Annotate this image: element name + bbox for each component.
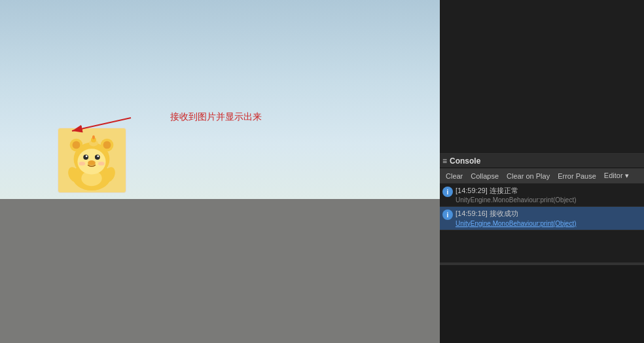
msg-icon-2: i	[442, 209, 453, 220]
clear-button[interactable]: Clear	[442, 172, 466, 181]
console-tab-bar: ≡ Console	[440, 154, 644, 168]
scene-ground	[0, 199, 440, 343]
svg-point-19	[81, 171, 101, 187]
clear-on-play-button[interactable]: Clear on Play	[503, 172, 553, 181]
console-messages: i [14:59:29] 连接正常 UnityEngine.MonoBehavi…	[440, 184, 644, 262]
msg-line2-2: UnityEngine.MonoBehaviour:print(Object)	[456, 219, 641, 228]
annotation-text: 接收到图片并显示出来	[170, 111, 262, 123]
collapse-button[interactable]: Collapse	[467, 172, 502, 181]
svg-point-11	[88, 160, 96, 166]
msg-content-1: [14:59:29] 连接正常 UnityEngine.MonoBehaviou…	[456, 186, 641, 204]
svg-point-10	[97, 155, 99, 157]
msg-line1-1: [14:59:29] 连接正常	[456, 186, 641, 196]
svg-point-7	[83, 154, 88, 160]
svg-point-9	[86, 155, 88, 157]
console-tab-icon: ≡	[442, 156, 447, 166]
msg-line1-2: [14:59:16] 接收成功	[456, 209, 641, 219]
svg-point-12	[79, 162, 85, 166]
svg-line-21	[72, 118, 131, 131]
svg-point-8	[95, 154, 100, 160]
scene-panel: 接收到图片并显示出来	[0, 0, 440, 343]
msg-content-2: [14:59:16] 接收成功 UnityEngine.MonoBehaviou…	[456, 209, 641, 227]
msg-line2-1: UnityEngine.MonoBehaviour:print(Object)	[456, 196, 641, 204]
right-panel: ≡ Console Clear Collapse Clear on Play E…	[440, 0, 644, 343]
console-message-1[interactable]: i [14:59:29] 连接正常 UnityEngine.MonoBehavi…	[440, 184, 644, 207]
annotation-arrow	[65, 105, 196, 144]
editor-dropdown-button[interactable]: Editor ▾	[601, 171, 632, 181]
console-message-2[interactable]: i [14:59:16] 接收成功 UnityEngine.MonoBehavi…	[440, 207, 644, 230]
inspector-panel	[440, 0, 644, 153]
console-tab-label[interactable]: Console	[450, 156, 480, 166]
error-pause-button[interactable]: Error Pause	[554, 172, 599, 181]
msg-icon-1: i	[442, 187, 453, 197]
console-toolbar: Clear Collapse Clear on Play Error Pause…	[440, 168, 644, 184]
console-detail-area	[440, 264, 644, 343]
console-panel: ≡ Console Clear Collapse Clear on Play E…	[440, 153, 644, 343]
svg-point-13	[98, 162, 105, 166]
